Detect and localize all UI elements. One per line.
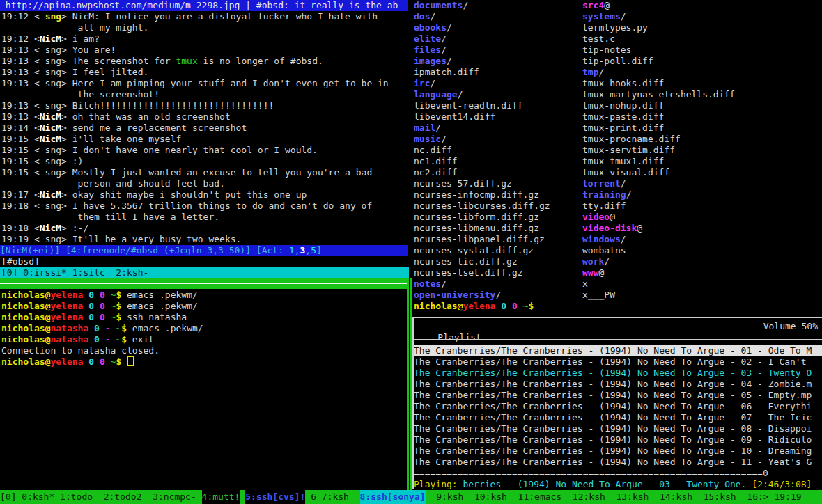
file-entry[interactable]: tmux-servtim.diff [582, 145, 675, 156]
text-segment: 19:13 < sng> Here I am pimping your stuf… [1, 78, 389, 88]
playlist-track[interactable]: The Cranberries/The Cranberries - (1994)… [414, 401, 822, 412]
file-entry[interactable]: tmux-paste.diff [582, 111, 664, 123]
file-entry[interactable]: tmux-hooks.diff [582, 78, 664, 89]
taskbar-window-item[interactable]: 4:mutt! [202, 490, 240, 504]
file-entry[interactable]: files/ [414, 45, 447, 56]
file-entry[interactable]: windows/ [582, 234, 626, 245]
file-entry[interactable]: ncurses-systat.diff.gz [414, 245, 534, 256]
playlist-track[interactable]: The Cranberries/The Cranberries - (1994)… [414, 390, 822, 401]
playlist-track[interactable]: The Cranberries/The Cranberries - (1994)… [414, 368, 822, 379]
file-entry[interactable]: termtypes.py [582, 22, 648, 33]
file-entry[interactable]: nc2.diff [414, 167, 458, 178]
file-entry[interactable]: ncurses-libcurses.diff.gz [414, 200, 550, 212]
now-playing-line: Playing: berries - (1994) No Need To Arg… [414, 479, 812, 490]
file-entry[interactable]: ebooks/ [414, 22, 452, 33]
file-entry[interactable]: music/ [414, 134, 447, 145]
file-entry[interactable]: src4@ [582, 0, 610, 11]
file-entry[interactable]: language/ [414, 89, 463, 100]
file-entry[interactable]: nc.diff [414, 145, 452, 156]
text-segment: 0 [88, 312, 94, 322]
file-entry[interactable]: training/ [582, 189, 631, 200]
progress-bar[interactable]: ========================================… [414, 468, 817, 479]
file-type-suffix: / [447, 22, 452, 33]
file-entry[interactable]: irc/ [414, 78, 435, 89]
file-entry[interactable]: tmux-visual.diff [582, 167, 669, 178]
file-entry[interactable]: tmux-nohup.diff [582, 100, 664, 111]
text-segment: 19:13 < [1, 111, 40, 122]
file-entry[interactable]: tmux-martynas-etcshells.diff [582, 89, 735, 100]
right-shell-prompt[interactable]: nicholas@yelena 0 0 ~$ [414, 301, 534, 312]
file-entry[interactable]: tmp/ [582, 67, 604, 78]
file-entry[interactable]: torrent/ [582, 178, 626, 189]
text-segment: 19:12 < [1, 11, 45, 22]
file-entry[interactable]: x [582, 278, 588, 290]
file-entry[interactable]: ipmatch.diff [414, 67, 479, 78]
file-entry[interactable]: tip-poll.diff [582, 56, 653, 67]
taskbar-window-item[interactable]: 5:ssh[cvs]! [245, 490, 305, 504]
file-entry[interactable]: open-university/ [414, 290, 501, 301]
file-entry[interactable]: libevent-readln.diff [414, 100, 523, 111]
file-entry[interactable]: video-disk@ [582, 223, 642, 234]
playlist-track[interactable]: The Cranberries/The Cranberries - (1994)… [414, 379, 822, 390]
shell-line: nicholas@yelena 0 0 ~$ emacs .pekwm/ [1, 301, 198, 312]
playlist-track[interactable]: The Cranberries/The Cranberries - (1994)… [414, 457, 822, 468]
file-entry[interactable]: ncurses-libmenu.diff.gz [414, 223, 539, 234]
text-segment [88, 334, 94, 345]
file-name: ncurses-libcurses.diff.gz [414, 200, 550, 211]
playlist-track[interactable]: The Cranberries/The Cranberries - (1994)… [414, 423, 822, 434]
irc-message-line: the screenshot! [1, 89, 160, 100]
file-entry[interactable]: documents/ [414, 0, 468, 11]
taskbar-window-item[interactable]: 1:todo 2:todo2 3:ncmpc- [54, 490, 201, 504]
file-entry[interactable]: x___PW [582, 290, 615, 301]
file-entry[interactable]: ncurses-libform.diff.gz [414, 212, 539, 223]
file-entry[interactable]: nc1.diff [414, 156, 458, 167]
text-segment: 0 [88, 301, 94, 311]
taskbar-window-item[interactable]: 8:ssh[sonya] [360, 490, 426, 504]
playlist-title: Playlist [437, 332, 481, 342]
playlist-track[interactable]: The Cranberries/The Cranberries - (1994)… [414, 345, 822, 356]
taskbar-window-item[interactable]: 6 7:ksh [305, 490, 359, 504]
playlist-track[interactable]: The Cranberries/The Cranberries - (1994)… [414, 356, 822, 368]
file-entry[interactable]: test.c [582, 33, 615, 45]
file-name: tip-poll.diff [582, 56, 653, 66]
taskbar-window-item[interactable]: [0] [0, 490, 22, 504]
taskbar-window-item[interactable]: 0:ksh* [22, 490, 54, 504]
shell-line[interactable]: nicholas@yelena 0 0 ~$ [1, 356, 134, 368]
file-entry[interactable]: work/ [582, 256, 610, 267]
file-entry[interactable]: www@ [582, 267, 604, 278]
file-entry[interactable]: tmux-procname.diff [582, 134, 681, 145]
file-entry[interactable]: tmux-tmux1.diff [582, 156, 664, 167]
text-segment: berries - (1994) No Need To Argue - 03 -… [463, 479, 752, 489]
file-name: ncurses-tic.diff.gz [414, 256, 518, 267]
file-entry[interactable]: ncurses-57.diff.gz [414, 178, 512, 189]
text-segment: 0 [100, 301, 105, 311]
playlist-track[interactable]: The Cranberries/The Cranberries - (1994)… [414, 446, 822, 457]
file-entry[interactable]: mail/ [414, 123, 441, 134]
text-segment [94, 312, 100, 322]
playlist-track[interactable]: The Cranberries/The Cranberries - (1994)… [414, 434, 822, 446]
inner-screen-window-bar[interactable]: [0] 0:irssi* 1:silc 2:ksh- [0, 267, 409, 278]
file-entry[interactable]: ncurses-libpanel.diff.gz [414, 234, 545, 245]
file-entry[interactable]: notes/ [414, 278, 447, 290]
text-segment: emacs .pekwm/ [127, 323, 203, 333]
file-entry[interactable]: wombatns [582, 245, 626, 256]
file-entry[interactable]: elite/ [414, 33, 447, 45]
irc-message-line: 19:19 < sng> It'll be a very busy two we… [1, 234, 241, 245]
file-entry[interactable]: ncurses-tset.diff.gz [414, 267, 523, 278]
link-name: video [582, 212, 610, 222]
file-entry[interactable]: images/ [414, 56, 452, 67]
taskbar-window-item[interactable] [240, 490, 245, 504]
file-entry[interactable]: tip-notes [582, 45, 631, 56]
file-entry[interactable]: tmux-print.diff [582, 123, 664, 134]
file-entry[interactable]: tty.diff [582, 200, 626, 212]
file-entry[interactable]: ncurses-infocmp.diff.gz [414, 189, 539, 200]
irc-message-line: them till I have a letter. [1, 212, 219, 223]
taskbar-window-item[interactable]: 9:ksh 10:ksh 11:emacs 12:ksh 13:ksh 14:k… [426, 490, 802, 504]
file-entry[interactable]: systems/ [582, 11, 626, 22]
file-entry[interactable]: dos/ [414, 11, 435, 22]
file-entry[interactable]: video@ [582, 212, 615, 223]
playlist-track[interactable]: The Cranberries/The Cranberries - (1994)… [414, 412, 822, 423]
file-entry[interactable]: ncurses-tic.diff.gz [414, 256, 518, 267]
dir-name: dos [414, 11, 430, 22]
file-entry[interactable]: libevent14.diff [414, 111, 495, 123]
